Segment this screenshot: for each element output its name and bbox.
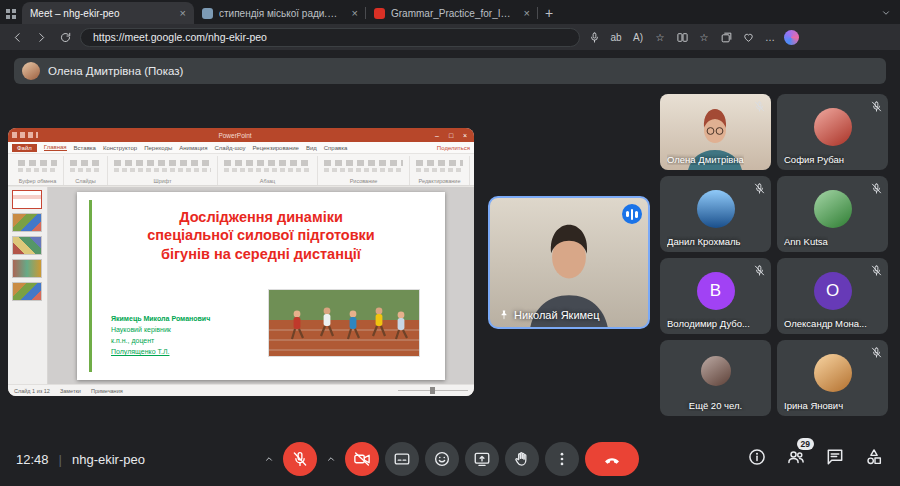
raise-hand-button[interactable]: [505, 442, 539, 476]
translate-icon[interactable]: ab: [608, 28, 624, 46]
zoom-slider: [398, 389, 468, 392]
participant-count-badge: 29: [797, 438, 814, 450]
window-title: PowerPoint: [42, 132, 428, 139]
overflow-participants-tile[interactable]: Ещё 20 чел.: [660, 340, 771, 416]
browser-tab-pdf1[interactable]: стипендія міської ради.PDF ×: [194, 2, 366, 24]
ribbon: Буфер обмена Слайды Шрифт Абзац Рисовани…: [8, 154, 474, 186]
new-tab-button[interactable]: +: [538, 2, 560, 24]
participant-name: Николай Якимец: [514, 309, 600, 321]
browser-tab-pdf2[interactable]: Grammar_Practice_for_Intermed... ×: [366, 2, 538, 24]
browser-essentials-icon[interactable]: [740, 28, 756, 46]
powerpoint-window: PowerPoint – □ × Файл Главная Вставка Ко…: [8, 128, 474, 396]
ribbon-tab: Вставка: [74, 145, 96, 151]
participant-name: Володимир Дубо...: [667, 318, 750, 329]
meeting-details-icon[interactable]: [747, 447, 767, 471]
participants-panel-icon[interactable]: 29: [786, 447, 806, 471]
avatar: [697, 190, 735, 228]
reactions-button[interactable]: [425, 442, 459, 476]
ribbon-group-icons: [324, 158, 403, 173]
tab-close-icon[interactable]: ×: [522, 7, 532, 19]
refresh-icon[interactable]: [56, 28, 74, 46]
participant-name: Данил Крохмаль: [667, 236, 741, 247]
mic-options-chevron[interactable]: [261, 442, 277, 476]
tab-search-chevron-icon[interactable]: [880, 2, 892, 24]
tab-label: Grammar_Practice_for_Intermed...: [391, 8, 516, 19]
tab-label: Meet – nhg-ekir-peo: [30, 8, 172, 19]
notes-button: Заметки: [60, 388, 81, 394]
back-icon[interactable]: [8, 28, 26, 46]
participant-tile[interactable]: София Рубан: [777, 94, 888, 170]
chat-panel-icon[interactable]: [825, 447, 845, 471]
avatar: [814, 108, 852, 146]
close-icon: ×: [460, 132, 470, 139]
meet-stage: Олена Дмитрівна (Показ) PowerPoint – □ ×…: [0, 50, 900, 486]
browser-tab-bar: Meet – nhg-ekir-peo × стипендія міської …: [0, 0, 900, 24]
address-bar[interactable]: https://meet.google.com/nhg-ekir-peo: [80, 28, 580, 47]
browser-tab-meet[interactable]: Meet – nhg-ekir-peo ×: [22, 2, 194, 24]
minimize-icon: –: [432, 132, 442, 139]
participant-tile[interactable]: Ann Kutsa: [777, 176, 888, 252]
ribbon-tab: Справка: [324, 145, 348, 151]
ribbon-group: Слайды: [64, 156, 108, 185]
audio-level-indicator: [622, 204, 642, 224]
slide-canvas: Дослідження динаміки спеціальної силової…: [48, 187, 474, 384]
ribbon-group-icons: [18, 158, 57, 173]
collections-icon[interactable]: [718, 28, 734, 46]
powerpoint-title-bar: PowerPoint – □ ×: [8, 128, 474, 142]
ribbon-group: Редактирование: [410, 156, 470, 185]
meeting-code: nhg-ekir-peo: [72, 452, 145, 467]
avatar: [814, 354, 852, 392]
slide-thumbnail-3: [12, 236, 42, 255]
mic-toggle-button[interactable]: [283, 442, 317, 476]
ribbon-tab: Слайд-шоу: [214, 145, 245, 151]
tab-close-icon[interactable]: ×: [350, 7, 360, 19]
participant-tile[interactable]: Ірина Янович: [777, 340, 888, 416]
ribbon-tab: Главная: [44, 144, 67, 151]
captions-button[interactable]: [385, 442, 419, 476]
settings-more-icon[interactable]: …: [762, 28, 778, 46]
slide-thumbnail-5: [12, 282, 42, 301]
ribbon-tab: Анимация: [179, 145, 207, 151]
favorites-bar-icon[interactable]: ☆: [696, 28, 712, 46]
more-options-button[interactable]: [545, 442, 579, 476]
tab-actions-icon[interactable]: [0, 4, 22, 24]
camera-options-chevron[interactable]: [323, 442, 339, 476]
favorite-star-icon[interactable]: ☆: [652, 28, 668, 46]
tab-label: стипендія міської ради.PDF: [219, 8, 344, 19]
participant-name: София Рубан: [784, 154, 844, 165]
pin-icon: [498, 309, 510, 321]
browser-window: Meet – nhg-ekir-peo × стипендія міської …: [0, 0, 900, 486]
participant-tile[interactable]: Данил Крохмаль: [660, 176, 771, 252]
tab-close-icon[interactable]: ×: [178, 7, 188, 19]
ribbon-group-icons: [114, 158, 211, 173]
slide-title: Дослідження динаміки спеціальної силової…: [77, 208, 445, 265]
forward-icon[interactable]: [32, 28, 50, 46]
avatar: В: [697, 272, 735, 310]
mic-muted-icon: [870, 263, 883, 276]
activities-icon[interactable]: [864, 447, 884, 471]
browser-toolbar: https://meet.google.com/nhg-ekir-peo ab …: [0, 24, 900, 50]
url-text: https://meet.google.com/nhg-ekir-peo: [93, 31, 267, 43]
ribbon-group: Рисование: [318, 156, 410, 185]
mic-muted-icon: [870, 99, 883, 112]
participant-tile[interactable]: В Володимир Дубо...: [660, 258, 771, 334]
copilot-icon[interactable]: [784, 30, 799, 45]
voice-search-icon[interactable]: [586, 28, 602, 46]
participant-tile[interactable]: Олена Дмитрівна: [660, 94, 771, 170]
mic-muted-icon: [753, 263, 766, 276]
participant-tile[interactable]: O Олександр Мона...: [777, 258, 888, 334]
avatar-initial: O: [826, 281, 839, 301]
powerpoint-body: Дослідження динаміки спеціальної силової…: [8, 187, 474, 384]
slide-counter: Слайд 1 из 12: [14, 388, 50, 394]
pinned-speaker-tile[interactable]: Николай Якимец: [488, 196, 650, 329]
leave-call-button[interactable]: [585, 442, 639, 476]
avatar: O: [814, 272, 852, 310]
read-aloud-icon[interactable]: A): [630, 28, 646, 46]
camera-toggle-button[interactable]: [345, 442, 379, 476]
share-button: Поделиться: [437, 145, 470, 151]
presenter-avatar: [22, 62, 40, 80]
present-button[interactable]: [465, 442, 499, 476]
split-screen-icon[interactable]: [674, 28, 690, 46]
quick-access-toolbar: [12, 132, 38, 138]
shared-screen-tile[interactable]: PowerPoint – □ × Файл Главная Вставка Ко…: [8, 128, 474, 396]
